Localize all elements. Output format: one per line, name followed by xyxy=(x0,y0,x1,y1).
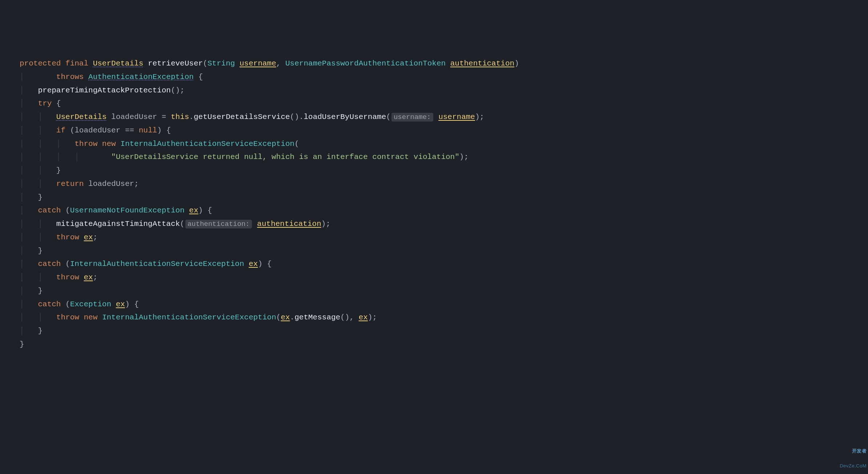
keyword-try: try xyxy=(38,99,52,108)
paren-open: ( xyxy=(203,59,208,68)
code-line-19: │ catch (Exception ex) { xyxy=(20,300,139,308)
indent-guide: │ │ xyxy=(20,273,56,282)
code-line-1: protected final UserDetails retrieveUser… xyxy=(20,59,519,68)
paren-open: ( xyxy=(386,113,391,121)
brace-open: { xyxy=(134,300,139,308)
param-username: username xyxy=(240,59,276,68)
paren-close: ) xyxy=(157,126,162,135)
keyword-throw: throw xyxy=(56,273,79,282)
paren-close: ) xyxy=(514,59,519,68)
keyword-catch: catch xyxy=(38,260,61,268)
watermark: 开发者 DevZe.CoM xyxy=(840,439,867,473)
comma: , xyxy=(276,59,281,68)
indent-guide: │ │ xyxy=(20,113,56,121)
code-line-7: │ │ │ throw new InternalAuthenticationSe… xyxy=(20,140,299,148)
method-retrieveuser: retrieveUser xyxy=(148,59,203,68)
paren-close: ) xyxy=(125,300,130,308)
code-editor[interactable]: protected final UserDetails retrieveUser… xyxy=(0,57,868,351)
paren-open: ( xyxy=(65,300,70,308)
brace-close: } xyxy=(38,287,43,295)
keyword-this: this xyxy=(171,113,189,121)
dot: . xyxy=(189,113,194,121)
brace-open: { xyxy=(56,99,61,108)
code-line-16: │ catch (InternalAuthenticationServiceEx… xyxy=(20,260,272,268)
param-ex: ex xyxy=(249,260,258,268)
keyword-throw: throw xyxy=(56,313,79,322)
brace-close: } xyxy=(20,340,24,348)
indent-guide: │ xyxy=(20,99,38,108)
semicolon: ; xyxy=(93,233,98,242)
keyword-final: final xyxy=(65,59,88,68)
paren-pair: () xyxy=(340,313,349,322)
paren-close: ) xyxy=(258,260,262,268)
comma: , xyxy=(349,313,354,322)
indent-guide: │ xyxy=(20,193,38,202)
type-userdetails: UserDetails xyxy=(56,113,107,121)
keyword-catch: catch xyxy=(38,206,61,215)
keyword-catch: catch xyxy=(38,300,61,308)
code-line-20: │ │ throw new InternalAuthenticationServ… xyxy=(20,313,377,322)
code-line-10: │ │ return loadedUser; xyxy=(20,180,139,188)
indent-guide: │ │ │ xyxy=(20,140,75,148)
type-string: String xyxy=(208,59,235,68)
paren-open: ( xyxy=(70,126,75,135)
method-preparetiming: prepareTimingAttackProtection xyxy=(38,86,170,95)
keyword-throws: throws xyxy=(56,73,84,81)
indent-guide: │ │ xyxy=(20,313,56,322)
keyword-return: return xyxy=(56,180,84,188)
indent-guide: │ │ xyxy=(20,233,56,242)
indent-guide: │ xyxy=(20,260,38,268)
indent-guide: │ │ xyxy=(20,220,56,228)
brace-close: } xyxy=(56,166,61,175)
type-iase: InternalAuthenticationServiceException xyxy=(120,140,294,148)
indent-guide: │ xyxy=(20,86,38,95)
brace-open: { xyxy=(166,126,171,135)
code-line-22: } xyxy=(20,340,24,348)
indent-guide: │ xyxy=(20,206,38,215)
code-line-8: │ │ │ │ "UserDetailsService returned nul… xyxy=(20,153,469,161)
keyword-throw: throw xyxy=(56,233,79,242)
code-line-13: │ │ mitigateAgainstTimingAttack(authenti… xyxy=(20,220,330,228)
code-line-3: │ prepareTimingAttackProtection(); xyxy=(20,86,185,95)
var-ex: ex xyxy=(281,313,290,322)
paren-close: ) xyxy=(368,313,373,322)
type-authexception: AuthenticationException xyxy=(88,73,194,81)
type-iase: InternalAuthenticationServiceException xyxy=(102,313,276,322)
dot: . xyxy=(299,113,304,121)
indent-guide: │ │ │ │ xyxy=(20,153,111,161)
watermark-line1: 开发者 xyxy=(840,449,867,454)
code-line-15: │ } xyxy=(20,247,43,255)
paren-open: ( xyxy=(65,206,70,215)
paren-close: ) xyxy=(198,206,203,215)
op-eq: == xyxy=(125,126,134,135)
code-line-17: │ │ throw ex; xyxy=(20,273,97,282)
indent-guide: │ xyxy=(20,327,38,335)
code-line-9: │ │ } xyxy=(20,166,61,175)
paren-open: ( xyxy=(276,313,281,322)
indent-guide: │ xyxy=(20,73,56,81)
var-loadeduser: loadedUser xyxy=(75,126,120,135)
paren-open: ( xyxy=(180,220,185,228)
brace-close: } xyxy=(38,247,43,255)
semicolon: ; xyxy=(373,313,377,322)
brace-open: { xyxy=(198,73,203,81)
code-line-6: │ │ if (loadedUser == null) { xyxy=(20,126,171,135)
semicolon: ; xyxy=(134,180,139,188)
dot: . xyxy=(290,313,295,322)
brace-close: } xyxy=(38,193,43,202)
arg-username: username xyxy=(438,113,475,121)
code-line-5: │ │ UserDetails loadedUser = this.getUse… xyxy=(20,113,484,121)
keyword-if: if xyxy=(56,126,65,135)
string-literal: "UserDetailsService returned null, which… xyxy=(111,153,459,161)
paren-open: ( xyxy=(294,140,299,148)
param-authentication: authentication xyxy=(450,59,514,68)
var-ex: ex xyxy=(84,273,93,282)
semicolon: ; xyxy=(326,220,330,228)
paren-close: ) xyxy=(321,220,326,228)
semicolon: ; xyxy=(93,273,98,282)
brace-open: { xyxy=(267,260,272,268)
param-ex: ex xyxy=(116,300,125,308)
paren-open: ( xyxy=(65,260,70,268)
type-iase: InternalAuthenticationServiceException xyxy=(70,260,244,268)
keyword-new: new xyxy=(102,140,116,148)
